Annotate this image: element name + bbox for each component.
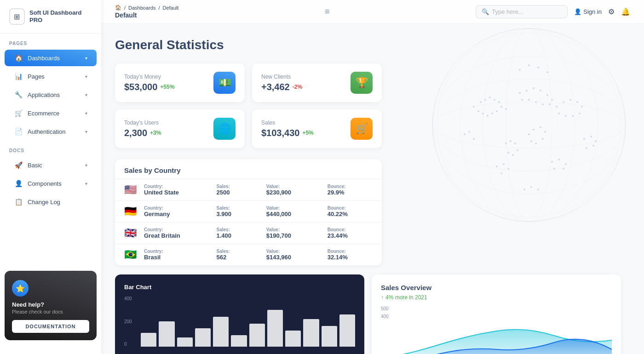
search-box[interactable]: 🔍 [476, 5, 568, 18]
svg-point-33 [556, 106, 558, 108]
sidebar-item-changelog[interactable]: 📋 Change Log [5, 194, 97, 210]
documentation-button[interactable]: DOCUMENTATION [12, 320, 89, 333]
bar-item [303, 319, 319, 347]
svg-point-45 [517, 149, 518, 151]
svg-point-58 [592, 145, 594, 147]
sidebar-item-label: Change Log [28, 199, 60, 206]
sidebar-item-components[interactable]: 👤 Components ▾ [5, 175, 97, 192]
search-input[interactable] [492, 8, 562, 15]
dashboards-icon: 🏠 [14, 54, 23, 62]
topbar-right: 🔍 👤 Sign in ⚙ 🔔 [476, 5, 630, 18]
col-label: Sales: [216, 227, 261, 232]
help-subtitle: Please check our docs [12, 309, 89, 314]
chevron-down-icon: ▾ [85, 56, 87, 61]
svg-point-73 [528, 64, 530, 66]
svg-point-3 [432, 56, 626, 194]
y-label-400: 400 [124, 296, 137, 301]
bar-item [267, 310, 283, 347]
svg-point-28 [549, 103, 551, 105]
svg-point-64 [558, 159, 560, 160]
sales-col-us: Sales: 2500 [216, 184, 261, 196]
bar-item [231, 335, 247, 347]
value-col-us: Value: $230,900 [266, 184, 323, 196]
bottom-row: Bar Chart 400 200 0 Sales Overview ↑ [115, 274, 621, 354]
sign-in-button[interactable]: 👤 Sign in [574, 8, 602, 15]
svg-point-46 [512, 154, 514, 156]
logo-icon: ⊞ [9, 8, 25, 25]
flag-us: 🇺🇸 [124, 184, 137, 196]
svg-point-32 [521, 99, 523, 101]
bar-item [339, 314, 355, 347]
user-icon: 👤 [574, 8, 581, 15]
stat-value-users: 2,300 +3% [124, 128, 161, 138]
settings-icon[interactable]: ⚙ [608, 7, 615, 16]
bell-icon[interactable]: 🔔 [621, 7, 630, 16]
svg-point-40 [565, 115, 567, 117]
topbar: 🏠 / Dashboards / Default Default ≡ 🔍 👤 S… [101, 0, 644, 24]
svg-point-35 [569, 99, 571, 101]
breadcrumb: 🏠 / Dashboards / Default Default [115, 5, 178, 19]
stat-value-money: $53,000 +55% [124, 82, 174, 92]
sales-col-gb: Sales: 1.400 [216, 227, 261, 239]
sidebar-item-authentication[interactable]: 📄 Authentication ▾ [5, 123, 97, 140]
bar-item [141, 333, 156, 347]
country-name-de: Germany [144, 211, 212, 217]
stat-icon-money: 💵 [213, 72, 236, 94]
svg-point-23 [526, 90, 528, 91]
svg-point-68 [496, 166, 498, 167]
sidebar-item-dashboards[interactable]: 🏠 Dashboards ▾ [5, 50, 97, 66]
stat-change-clients: -2% [293, 84, 302, 90]
bounce-value-de: 40.22% [328, 211, 373, 217]
bar-item [249, 324, 265, 347]
svg-point-26 [546, 94, 548, 96]
bounce-value-gb: 23.44% [328, 232, 373, 239]
chevron-down-icon: ▾ [85, 111, 87, 116]
svg-point-42 [505, 143, 507, 144]
bar-item [195, 328, 211, 347]
svg-point-38 [579, 113, 581, 114]
col-label: Bounce: [328, 249, 373, 254]
svg-point-57 [595, 140, 597, 142]
svg-point-59 [586, 147, 587, 149]
sidebar-item-basic[interactable]: 🚀 Basic ▾ [5, 157, 97, 173]
authentication-icon: 📄 [14, 128, 23, 135]
hamburger-icon[interactable]: ≡ [321, 5, 334, 18]
dollar-value-br: $143,960 [266, 254, 323, 261]
svg-point-44 [514, 143, 516, 144]
col-label: Sales: [216, 184, 261, 189]
sidebar-logo: ⊞ Soft UI Dashboard PRO [0, 0, 101, 34]
stat-icon-users: 🌐 [213, 118, 236, 140]
svg-point-0 [432, 29, 626, 222]
svg-point-24 [533, 87, 535, 89]
pages-icon: 📊 [14, 73, 23, 80]
bounce-col-br: Bounce: 32.14% [328, 249, 373, 261]
overview-y-500: 500 [381, 306, 612, 311]
page-header-title: Default [115, 11, 178, 19]
content-area: // Inline dot pattern [101, 24, 644, 354]
flag-de: 🇩🇪 [124, 206, 137, 217]
col-label: Country: [144, 227, 212, 232]
svg-point-56 [590, 136, 592, 137]
col-label: Country: [144, 206, 212, 211]
svg-point-71 [500, 172, 502, 174]
page-title: General Statistics [115, 38, 630, 52]
sidebar-item-pages[interactable]: 📊 Pages ▾ [5, 68, 97, 85]
flag-br: 🇧🇷 [124, 249, 137, 261]
stat-info-clients: New Clients +3,462 -2% [261, 74, 302, 92]
svg-point-27 [551, 99, 553, 101]
stats-grid: Today's Money $53,000 +55% 💵 New Clients… [115, 63, 382, 148]
line-chart-area [381, 322, 612, 354]
search-icon: 🔍 [482, 8, 489, 15]
svg-point-76 [523, 188, 525, 190]
sidebar-item-label: Components [28, 180, 62, 187]
svg-point-8 [437, 29, 621, 222]
svg-point-52 [535, 143, 537, 144]
stat-label-money: Today's Money [124, 74, 174, 80]
changelog-icon: 📋 [14, 198, 23, 206]
col-label: Value: [266, 227, 323, 232]
country-col-de: Country: Germany [144, 206, 212, 217]
col-label: Value: [266, 206, 323, 211]
sidebar-item-applications[interactable]: 🔧 Applications ▾ [5, 86, 97, 103]
sidebar-item-ecommerce[interactable]: 🛒 Ecommerce ▾ [5, 105, 97, 121]
y-label-200: 200 [124, 319, 137, 324]
